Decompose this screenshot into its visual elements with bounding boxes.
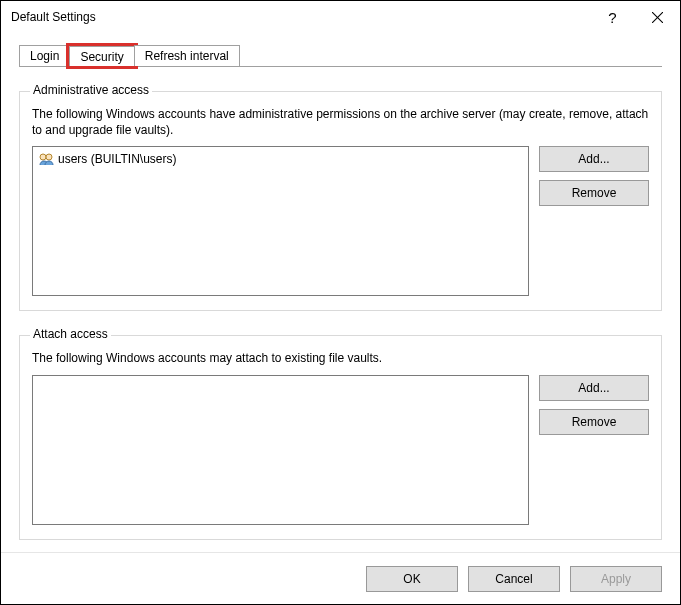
button-label: Apply — [601, 572, 631, 586]
close-icon — [652, 12, 663, 23]
cancel-button[interactable]: Cancel — [468, 566, 560, 592]
admin-accounts-list[interactable]: users (BUILTIN\users) — [32, 146, 529, 296]
group-attach-title: Attach access — [30, 327, 111, 341]
help-button[interactable]: ? — [590, 1, 635, 33]
tab-login[interactable]: Login — [19, 45, 70, 66]
group-attach-access: Attach access The following Windows acco… — [19, 335, 662, 539]
attach-remove-button[interactable]: Remove — [539, 409, 649, 435]
svg-point-3 — [46, 154, 52, 160]
group-admin-title: Administrative access — [30, 83, 152, 97]
tab-refresh-interval[interactable]: Refresh interval — [134, 45, 240, 66]
close-button[interactable] — [635, 1, 680, 33]
apply-button[interactable]: Apply — [570, 566, 662, 592]
list-item-label: users (BUILTIN\users) — [58, 152, 176, 166]
tab-bar: Login Security Refresh interval — [19, 45, 662, 66]
tab-security[interactable]: Security — [69, 46, 134, 67]
ok-button[interactable]: OK — [366, 566, 458, 592]
dialog-footer: OK Cancel Apply — [1, 552, 680, 604]
dialog-content: Login Security Refresh interval Administ… — [1, 33, 680, 552]
group-admin-desc: The following Windows accounts have admi… — [32, 106, 649, 138]
admin-remove-button[interactable]: Remove — [539, 180, 649, 206]
tab-login-label: Login — [30, 49, 59, 63]
tab-security-label: Security — [80, 50, 123, 64]
button-label: Remove — [572, 186, 617, 200]
svg-point-2 — [40, 154, 46, 160]
group-attach-desc: The following Windows accounts may attac… — [32, 350, 649, 366]
tab-refresh-label: Refresh interval — [145, 49, 229, 63]
window-title: Default Settings — [11, 10, 96, 24]
button-label: Add... — [578, 152, 609, 166]
attach-accounts-list[interactable] — [32, 375, 529, 525]
users-group-icon — [38, 151, 54, 167]
button-label: Cancel — [495, 572, 532, 586]
list-item[interactable]: users (BUILTIN\users) — [35, 149, 526, 169]
button-label: Add... — [578, 381, 609, 395]
dialog-window: Default Settings ? Login Security Refres… — [0, 0, 681, 605]
button-label: Remove — [572, 415, 617, 429]
admin-add-button[interactable]: Add... — [539, 146, 649, 172]
group-administrative-access: Administrative access The following Wind… — [19, 91, 662, 311]
button-label: OK — [403, 572, 420, 586]
attach-add-button[interactable]: Add... — [539, 375, 649, 401]
help-icon: ? — [608, 9, 616, 26]
titlebar: Default Settings ? — [1, 1, 680, 33]
